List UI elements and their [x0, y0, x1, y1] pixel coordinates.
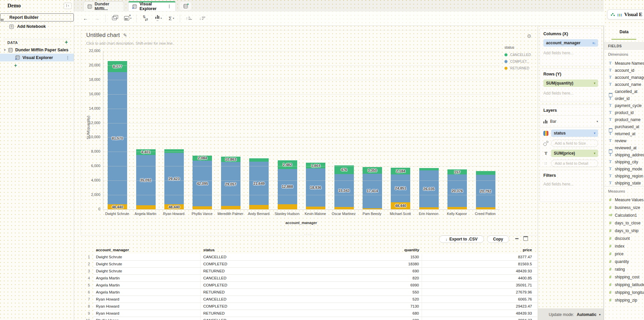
- bar-segment-completed[interactable]: 17,414: [363, 174, 382, 208]
- field-item[interactable]: #shipping_zip: [604, 296, 644, 304]
- bar-segment-completed[interactable]: 42,095: [193, 161, 212, 206]
- add-chart-button[interactable]: +: [14, 62, 17, 68]
- bar-segment-returned[interactable]: [334, 207, 354, 209]
- collapse-results-icon[interactable]: [515, 236, 519, 241]
- field-item[interactable]: Treview: [604, 137, 644, 144]
- stacked-bar[interactable]: 42,0952,084: [193, 156, 212, 209]
- field-item[interactable]: #rating: [604, 265, 644, 273]
- tab-dunder-mifflin[interactable]: Dunder Miffli...: [83, 1, 124, 11]
- sidebar-item-add-notebook[interactable]: Add Notebook: [0, 22, 74, 31]
- rows-field-pill[interactable]: SUM(quantity) ▾: [543, 79, 598, 87]
- field-item[interactable]: Tshipping_state: [604, 179, 644, 186]
- bar-segment-returned[interactable]: [419, 207, 439, 209]
- sort-descending-icon[interactable]: ≡↓: [592, 41, 595, 45]
- stacked-bar[interactable]: 29,05710,863: [221, 157, 240, 209]
- field-item[interactable]: reviewed_at: [604, 144, 644, 151]
- bar-segment-completed[interactable]: 24,851: [391, 174, 410, 202]
- bar-segment-cancelled[interactable]: 2,482: [278, 160, 297, 169]
- redo-button[interactable]: →: [93, 14, 101, 23]
- field-item[interactable]: #index: [604, 242, 644, 250]
- field-item[interactable]: TMeasure Names: [604, 60, 644, 67]
- aggregate-button[interactable]: Σ ▾: [167, 14, 176, 23]
- bar-segment-completed[interactable]: 81,570: [108, 72, 127, 204]
- sidebar-item-report-builder[interactable]: Report Builder: [0, 13, 74, 21]
- bar-segment-completed[interactable]: 29,423: [164, 153, 184, 204]
- stacked-bar[interactable]: 20,376157: [447, 169, 467, 209]
- remove-chart-button[interactable]: ▾: [123, 14, 132, 23]
- chevron-down-icon[interactable]: ▾: [4, 48, 6, 52]
- stacked-bar[interactable]: 48,44029,423: [164, 149, 184, 209]
- caret-down-icon[interactable]: ▾: [594, 152, 595, 155]
- sort-descending-button[interactable]: ↓: [198, 14, 207, 23]
- detail-drop-field[interactable]: Add a field to Detail: [551, 160, 598, 167]
- field-item[interactable]: Tproduct_name: [604, 116, 644, 123]
- copy-button[interactable]: Copy: [487, 235, 509, 243]
- bar-segment-cancelled[interactable]: 4,401: [136, 149, 156, 155]
- column-header-price[interactable]: price: [422, 247, 537, 254]
- bar-segment-completed[interactable]: 20,376: [447, 174, 467, 207]
- tab-kebab-icon[interactable]: ⋮: [167, 4, 171, 9]
- bar-segment-completed[interactable]: 12,888: [278, 169, 297, 204]
- tab-data[interactable]: Data: [604, 30, 644, 34]
- field-item[interactable]: Tshipping_city: [604, 158, 644, 165]
- field-item[interactable]: #Measure Values: [604, 196, 644, 204]
- bar-segment-returned[interactable]: 48,440: [391, 202, 410, 209]
- field-item[interactable]: Tshipping_mode: [604, 165, 644, 172]
- bar-segment-cancelled[interactable]: [164, 149, 184, 153]
- sidebar-item-visual-explorer[interactable]: Visual Explorer ⋮: [0, 54, 74, 61]
- bar-segment-cancelled[interactable]: 3,350: [363, 167, 382, 174]
- kebab-menu-icon[interactable]: ⋮: [66, 55, 70, 60]
- bar-segment-returned[interactable]: [476, 207, 495, 209]
- columns-field-pill[interactable]: account_manager ≡↓: [543, 39, 598, 47]
- color-field-pill[interactable]: status ▾: [551, 129, 598, 137]
- bar-segment-cancelled[interactable]: 476: [334, 165, 354, 174]
- field-item[interactable]: purchased_at: [604, 123, 644, 130]
- field-item[interactable]: #quantity: [604, 258, 644, 265]
- bar-segment-completed[interactable]: 15,343: [334, 174, 354, 207]
- rows-drop-placeholder[interactable]: Add fields here...: [543, 91, 598, 96]
- bar-segment-cancelled[interactable]: 1,864: [306, 163, 325, 168]
- bar-segment-returned[interactable]: [221, 206, 240, 209]
- field-item[interactable]: Tshipping_region: [604, 172, 644, 179]
- bar-segment-cancelled[interactable]: 2,184: [391, 168, 410, 174]
- field-item[interactable]: #days_to_ship: [604, 227, 644, 234]
- bar-segment-cancelled[interactable]: 157: [447, 169, 467, 174]
- bar-segment-completed[interactable]: 29,057: [221, 162, 240, 206]
- bar-segment-completed[interactable]: 18,936: [306, 168, 325, 206]
- swap-axes-button[interactable]: ⇅⇄: [141, 14, 150, 23]
- legend-item[interactable]: RETURNED: [504, 65, 536, 71]
- bar-segment-completed[interactable]: 26,035: [419, 170, 439, 207]
- bar-segment-returned[interactable]: [278, 204, 297, 209]
- stacked-bar[interactable]: 20,792: [476, 171, 495, 209]
- bar-segment-returned[interactable]: [447, 207, 467, 209]
- field-item[interactable]: Taccount_id: [604, 67, 644, 74]
- stacked-bar[interactable]: 12,8882,482: [278, 160, 297, 209]
- columns-drop-placeholder[interactable]: Add fields here...: [543, 51, 598, 55]
- caret-down-icon[interactable]: ▾: [594, 131, 595, 135]
- chart-description-placeholder[interactable]: Click to add chart description. Shift-en…: [86, 41, 173, 45]
- mark-type-selector[interactable]: Bar ▾: [543, 116, 598, 126]
- collapse-sidebar-button[interactable]: ‹: [64, 3, 72, 9]
- bar-segment-completed[interactable]: 21,649: [249, 162, 269, 205]
- tab-visual-explorer[interactable]: Visual Explorer ⋮: [128, 1, 176, 11]
- size-drop-field[interactable]: Add a field to Size: [551, 140, 598, 147]
- stacked-bar[interactable]: 26,035: [419, 168, 439, 209]
- text-field-pill[interactable]: SUM(price) ▾: [551, 150, 598, 157]
- column-header-account_manager[interactable]: account_manager: [93, 247, 201, 254]
- sort-ascending-button[interactable]: ↑: [184, 14, 193, 23]
- app-switcher-button[interactable]: Visual E: [607, 9, 644, 19]
- field-item[interactable]: Taccount_name: [604, 81, 644, 88]
- legend-item[interactable]: CANCELLED: [504, 51, 536, 58]
- field-item[interactable]: #price: [604, 250, 644, 258]
- field-item[interactable]: #shipping_longitude: [604, 288, 644, 296]
- undo-button[interactable]: ←: [81, 14, 90, 23]
- edit-title-icon[interactable]: ✎: [123, 33, 127, 38]
- data-source-item[interactable]: ▾ Dunder Mifflin Paper Sales: [0, 46, 74, 54]
- bar-segment-returned[interactable]: 48,440: [108, 204, 127, 209]
- bar-segment-cancelled[interactable]: 10,863: [221, 157, 240, 162]
- bar-segment-returned[interactable]: 48,440: [164, 204, 184, 209]
- bar-segment-cancelled[interactable]: [249, 158, 269, 162]
- export-csv-button[interactable]: ↓ Export to .CSV: [439, 235, 484, 243]
- field-item[interactable]: Taccount_manager: [604, 74, 644, 81]
- field-item[interactable]: #days_to_close: [604, 219, 644, 227]
